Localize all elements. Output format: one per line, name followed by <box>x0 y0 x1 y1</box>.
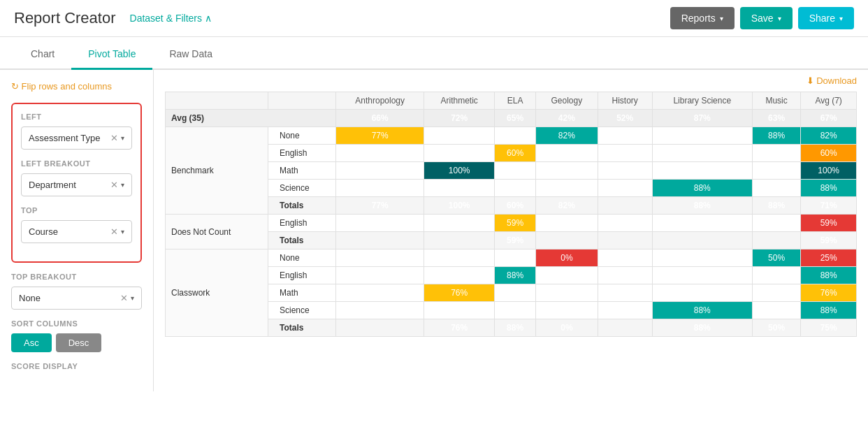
left-breakout-arrow-icon[interactable]: ▾ <box>121 181 124 189</box>
benchmark-english-library-science <box>652 145 752 162</box>
classwork-none-ela <box>495 249 536 267</box>
benchmark-science-history <box>598 180 652 197</box>
benchmark-english-music <box>752 145 800 162</box>
col-header-arithmetic: Arithmetic <box>424 92 495 110</box>
benchmark-math-label: Math <box>268 162 336 180</box>
top-clear-icon[interactable]: ✕ <box>110 226 118 237</box>
top-breakout-section: TOP BREAKOUT None ✕ ▾ <box>11 273 142 310</box>
table-row-classwork-english: English 88% 88% <box>166 267 857 284</box>
col-header-empty1 <box>166 92 268 110</box>
left-breakout-section: LEFT BREAKOUT Department ✕ ▾ <box>21 159 132 196</box>
benchmark-totals-ela: 60% <box>495 197 536 215</box>
dnc-english-anthropology <box>336 215 424 232</box>
benchmark-math-avg: 100% <box>801 162 857 180</box>
benchmark-totals-avg: 71% <box>801 197 857 215</box>
avg-library-science: 87% <box>652 110 752 127</box>
avg-ela: 65% <box>495 110 536 127</box>
tab-pivot-table[interactable]: Pivot Table <box>71 40 152 70</box>
benchmark-none-arithmetic <box>424 127 495 145</box>
benchmark-totals-music: 88% <box>752 197 800 215</box>
tabs-bar: Chart Pivot Table Raw Data <box>0 40 868 70</box>
benchmark-none-label: None <box>268 127 336 145</box>
benchmark-science-label: Science <box>268 180 336 197</box>
benchmark-science-ela <box>495 180 536 197</box>
dnc-english-avg: 59% <box>801 215 857 232</box>
benchmark-english-anthropology <box>336 145 424 162</box>
does-not-count-label: Does Not Count <box>166 215 268 249</box>
benchmark-none-library-science <box>652 127 752 145</box>
top-label: TOP <box>21 206 132 215</box>
classwork-math-anthropology <box>336 284 424 302</box>
dnc-totals-ela: 59% <box>495 232 536 249</box>
score-display-section: SCORE DISPLAY <box>11 362 142 370</box>
classwork-english-history <box>598 267 652 284</box>
benchmark-math-geology <box>536 162 598 180</box>
classwork-science-label: Science <box>268 302 336 319</box>
reports-chevron-icon: ▾ <box>720 15 723 22</box>
classwork-totals-music: 50% <box>752 319 800 337</box>
avg-music: 63% <box>752 110 800 127</box>
benchmark-math-arithmetic: 100% <box>424 162 495 180</box>
sort-asc-button[interactable]: Asc <box>11 333 52 352</box>
avg-arithmetic: 72% <box>424 110 495 127</box>
left-breakout-clear-icon[interactable]: ✕ <box>110 180 118 190</box>
benchmark-english-geology <box>536 145 598 162</box>
dnc-totals-history <box>598 232 652 249</box>
avg-geology: 42% <box>536 110 598 127</box>
classwork-totals-avg: 75% <box>801 319 857 337</box>
classwork-totals-label: Totals <box>268 319 336 337</box>
header: Report Creator Dataset & Filters ∧ Repor… <box>0 0 868 37</box>
table-row-benchmark-totals: Totals 77% 100% 60% 82% 88% 88% 71% <box>166 197 857 215</box>
dnc-english-music <box>752 215 800 232</box>
top-actions: ✕ ▾ <box>110 226 124 237</box>
left-dropdown[interactable]: Assessment Type ✕ ▾ <box>21 126 132 150</box>
col-header-empty2 <box>268 92 336 110</box>
top-breakout-clear-icon[interactable]: ✕ <box>120 293 128 303</box>
benchmark-math-music <box>752 162 800 180</box>
save-chevron-icon: ▾ <box>778 15 781 22</box>
classwork-english-library-science <box>652 267 752 284</box>
classwork-none-music: 50% <box>752 249 800 267</box>
benchmark-none-geology: 82% <box>536 127 598 145</box>
top-breakout-arrow-icon[interactable]: ▾ <box>131 294 134 302</box>
left-breakout-value: Department <box>29 180 110 190</box>
dataset-filter-link[interactable]: Dataset & Filters ∧ <box>130 13 212 24</box>
left-breakout-label: LEFT BREAKOUT <box>21 159 132 168</box>
dnc-totals-label: Totals <box>268 232 336 249</box>
classwork-math-music <box>752 284 800 302</box>
benchmark-label: Benchmark <box>166 127 268 215</box>
top-dropdown[interactable]: Course ✕ ▾ <box>21 220 132 243</box>
classwork-math-arithmetic: 76% <box>424 284 495 302</box>
classwork-math-ela <box>495 284 536 302</box>
benchmark-science-arithmetic <box>424 180 495 197</box>
left-arrow-icon[interactable]: ▾ <box>121 134 124 142</box>
tab-raw-data[interactable]: Raw Data <box>152 40 229 70</box>
reports-button[interactable]: Reports ▾ <box>670 7 735 29</box>
download-link[interactable]: ⬇ Download <box>806 75 857 86</box>
left-clear-icon[interactable]: ✕ <box>110 133 118 143</box>
sort-columns-label: SORT COLUMNS <box>11 319 142 328</box>
dnc-totals-music <box>752 232 800 249</box>
dnc-english-arithmetic <box>424 215 495 232</box>
sidebar: ↻ Flip rows and columns LEFT Assessment … <box>0 70 154 391</box>
classwork-none-library-science <box>652 249 752 267</box>
classwork-none-history <box>598 249 652 267</box>
sort-desc-button[interactable]: Desc <box>56 333 102 352</box>
sort-columns-section: SORT COLUMNS Asc Desc <box>11 319 142 352</box>
classwork-english-label: English <box>268 267 336 284</box>
tab-chart[interactable]: Chart <box>14 40 71 70</box>
left-breakout-dropdown[interactable]: Department ✕ ▾ <box>21 173 132 196</box>
flip-rows-button[interactable]: ↻ Flip rows and columns <box>11 81 142 92</box>
benchmark-math-history <box>598 162 652 180</box>
table-row-avg: Avg (35) 66% 72% 65% 42% 52% 87% 63% 67% <box>166 110 857 127</box>
share-button[interactable]: Share ▾ <box>798 7 854 29</box>
benchmark-none-anthropology: 77% <box>336 127 424 145</box>
classwork-science-avg: 88% <box>801 302 857 319</box>
sort-buttons: Asc Desc <box>11 333 142 352</box>
top-breakout-dropdown[interactable]: None ✕ ▾ <box>11 287 142 310</box>
save-button[interactable]: Save ▾ <box>740 7 793 29</box>
classwork-english-anthropology <box>336 267 424 284</box>
classwork-math-geology <box>536 284 598 302</box>
top-arrow-icon[interactable]: ▾ <box>121 228 124 236</box>
table-row-dnc-english: Does Not Count English 59% 59% <box>166 215 857 232</box>
